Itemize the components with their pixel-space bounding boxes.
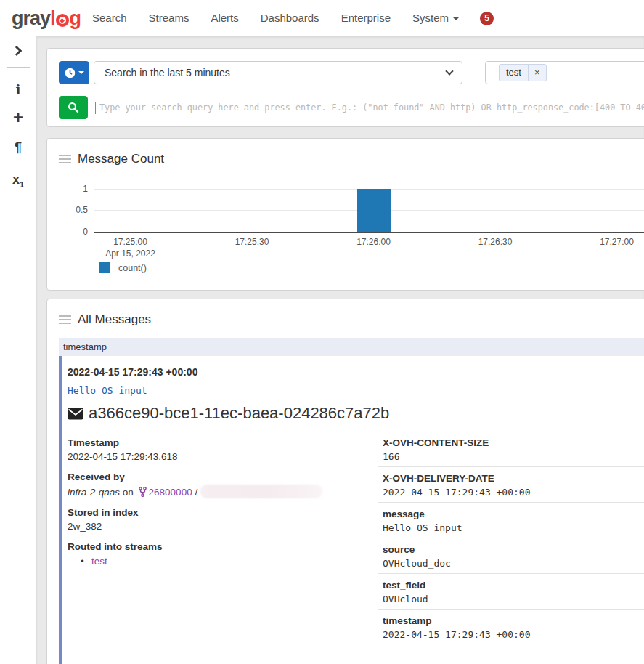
field-timestamp: Timestamp2022-04-15 17:29:43.618 bbox=[68, 437, 378, 463]
field-timestamp: timestamp2022-04-15 17:29:43 +00:00 bbox=[378, 609, 644, 644]
nav-item-dashboards: Dashboards bbox=[250, 0, 330, 36]
chevron-down-icon bbox=[445, 67, 453, 75]
message-row: 2022-04-15 17:29:43 +00:00 Hello OS inpu… bbox=[59, 356, 644, 664]
stream-link[interactable]: test bbox=[91, 556, 107, 567]
field-label: Routed into streams bbox=[68, 540, 378, 553]
field-label: timestamp bbox=[383, 615, 644, 627]
stream-list-item: test bbox=[68, 555, 378, 567]
streams-list: test bbox=[68, 555, 378, 567]
nav-link-dashboards[interactable]: Dashboards bbox=[250, 0, 330, 36]
nav-item-streams: Streams bbox=[138, 0, 200, 36]
message-fields: X-OVH-CONTENT-SIZE166X-OVH-DELIVERY-DATE… bbox=[378, 437, 644, 644]
drag-handle-icon[interactable] bbox=[59, 315, 71, 324]
nav-item-system: System bbox=[402, 0, 470, 36]
nav-item-alerts: Alerts bbox=[200, 0, 249, 36]
logo-compass-icon bbox=[56, 14, 69, 27]
graylog-logo[interactable]: graylg bbox=[12, 9, 77, 28]
x-tick-label: 17:26:00 bbox=[327, 237, 421, 247]
notification-badge[interactable]: 5 bbox=[480, 12, 494, 25]
message-count-chart: 10.5017:25:00Apr 15, 202217:25:3017:26:0… bbox=[94, 189, 644, 283]
nav-link-streams[interactable]: Streams bbox=[138, 0, 200, 36]
field-value: Hello OS input bbox=[383, 522, 644, 535]
field-received-by: Received byinfra-2-qaas on 26800000 / bbox=[68, 471, 378, 499]
field-value: 166 bbox=[383, 450, 644, 463]
field-value: test bbox=[68, 555, 378, 567]
input-link[interactable]: 26800000 bbox=[149, 487, 192, 498]
field-label: X-OVH-CONTENT-SIZE bbox=[383, 437, 644, 449]
field-routed-into-streams: Routed into streamstest bbox=[68, 540, 378, 567]
message-count-widget: Message Count 10.5017:25:00Apr 15, 20221… bbox=[46, 138, 644, 291]
widget-title: Message Count bbox=[78, 152, 164, 166]
code-fork-icon bbox=[139, 487, 147, 497]
field-value: OVHcloud_doc bbox=[383, 557, 644, 570]
field-label: Timestamp bbox=[68, 437, 378, 449]
legend-label: count() bbox=[118, 263, 147, 273]
widget-title-row: Message Count bbox=[59, 152, 644, 166]
timerange-select[interactable]: Search in the last 5 minutes bbox=[94, 61, 462, 84]
navbar: graylg SearchStreamsAlertsDashboardsEnte… bbox=[0, 0, 644, 36]
sidebar-chevron-right-icon[interactable] bbox=[0, 41, 36, 61]
search-submit-button[interactable] bbox=[59, 96, 88, 119]
field-message: messageHello OS input bbox=[378, 502, 644, 538]
field-label: Received by bbox=[68, 471, 378, 483]
chart-x-axis bbox=[94, 232, 644, 233]
field-stored-in-index: Stored in index2w_382 bbox=[68, 506, 378, 533]
search-bar-card: Search in the last 5 minutes test × Type… bbox=[46, 48, 644, 127]
field-label: X-OVH-DELIVERY-DATE bbox=[383, 472, 644, 485]
redacted-text bbox=[200, 485, 322, 498]
caret-down-icon bbox=[78, 71, 84, 74]
drag-handle-icon[interactable] bbox=[59, 155, 71, 163]
x-tick-label: 17:26:30 bbox=[448, 237, 542, 247]
all-messages-widget: All Messages timestamp 2022-04-15 17:29:… bbox=[46, 299, 644, 664]
chart-bar bbox=[357, 189, 391, 232]
field-value: OVHcloud bbox=[383, 593, 644, 606]
field-label: message bbox=[383, 508, 644, 520]
y-tick-label: 1 bbox=[56, 184, 88, 194]
sidebar-subscript-x1-icon[interactable]: x1 bbox=[0, 170, 36, 190]
search-query-input[interactable]: Type your search query here and press en… bbox=[95, 96, 644, 119]
x-tick-label: 17:25:30 bbox=[205, 237, 299, 247]
field-label: Stored in index bbox=[68, 506, 378, 519]
sidebar-divider bbox=[7, 67, 30, 68]
remove-tag-button[interactable]: × bbox=[528, 65, 546, 81]
field-source: sourceOVHcloud_doc bbox=[378, 538, 644, 573]
search-icon bbox=[68, 102, 79, 113]
stream-filter-input[interactable]: test × bbox=[485, 61, 644, 84]
sidebar-pilcrow-icon[interactable]: ¶ bbox=[0, 137, 36, 158]
main-content: Search in the last 5 minutes test × Type… bbox=[37, 36, 644, 664]
navbar-menu: SearchStreamsAlertsDashboardsEnterpriseS… bbox=[81, 0, 470, 36]
text-cursor bbox=[95, 102, 96, 114]
field-x-ovh-content-size: X-OVH-CONTENT-SIZE166 bbox=[378, 437, 644, 466]
caret-down-icon bbox=[453, 17, 459, 20]
nav-link-enterprise[interactable]: Enterprise bbox=[330, 0, 402, 36]
field-test_field: test_fieldOVHcloud bbox=[378, 573, 644, 609]
envelope-icon bbox=[68, 408, 83, 420]
legend-color-swatch bbox=[99, 262, 110, 273]
sidebar-plus-icon[interactable]: + bbox=[0, 108, 36, 128]
nav-link-system[interactable]: System bbox=[402, 0, 470, 36]
stream-filter-chip: test × bbox=[499, 64, 547, 81]
x-axis-date-label: Apr 15, 2022 bbox=[83, 248, 178, 259]
x-tick-label: 17:27:00 bbox=[570, 237, 644, 247]
x-tick-label: 17:25:00 bbox=[83, 237, 178, 247]
timerange-dropdown-button[interactable] bbox=[59, 61, 89, 84]
message-timestamp[interactable]: 2022-04-15 17:29:43 +00:00 bbox=[68, 365, 644, 378]
y-tick-label: 0.5 bbox=[56, 205, 88, 215]
sidebar-info-icon[interactable]: i bbox=[0, 79, 36, 100]
field-x-ovh-delivery-date: X-OVH-DELIVERY-DATE2022-04-15 17:29:43 +… bbox=[378, 466, 644, 502]
field-value: 2022-04-15 17:29:43 +00:00 bbox=[383, 628, 644, 641]
field-value: 2022-04-15 17:29:43 +00:00 bbox=[383, 486, 644, 499]
field-value: 2022-04-15 17:29:43.618 bbox=[68, 450, 378, 463]
clock-icon bbox=[65, 68, 76, 78]
field-label: test_field bbox=[383, 579, 644, 591]
nav-item-enterprise: Enterprise bbox=[330, 0, 402, 36]
widget-title-row: All Messages bbox=[59, 312, 644, 327]
nav-link-search[interactable]: Search bbox=[81, 0, 138, 36]
nav-link-alerts[interactable]: Alerts bbox=[200, 0, 249, 36]
message-id-heading: a366ce90-bce1-11ec-baea-024286c7a72b bbox=[68, 404, 644, 423]
message-summary[interactable]: Hello OS input bbox=[68, 385, 644, 397]
sidebar: i+¶x1 bbox=[0, 36, 37, 664]
nav-item-search: Search bbox=[81, 0, 138, 36]
table-header-timestamp[interactable]: timestamp bbox=[59, 338, 644, 356]
y-tick-label: 0 bbox=[56, 227, 88, 237]
